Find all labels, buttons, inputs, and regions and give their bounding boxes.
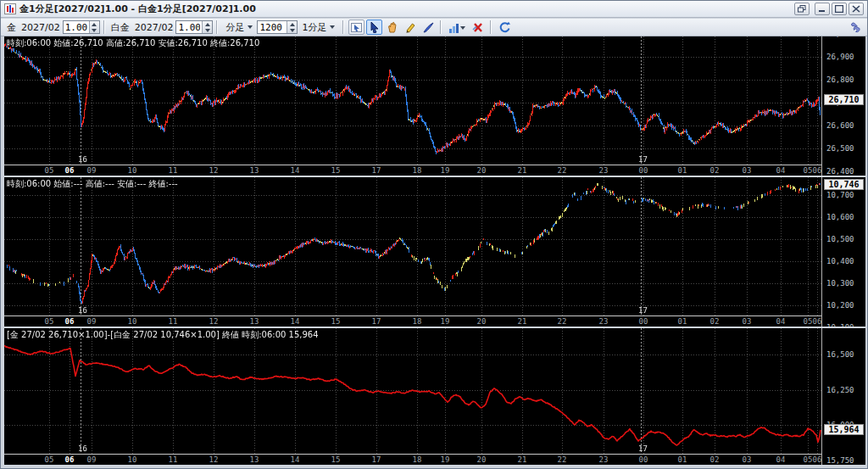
platinum-label: 白金 bbox=[111, 21, 130, 34]
spread-price-axis: 16,50016,25016,00015,75015,964 bbox=[821, 328, 865, 465]
pen-tool-button[interactable] bbox=[420, 20, 436, 35]
chart-panels: 時刻:06:00 始値:26,710 高値:26,710 安値:26,710 終… bbox=[4, 36, 865, 466]
time-tick-label: 02 bbox=[707, 455, 722, 464]
gold-info-line: 時刻:06:00 始値:26,710 高値:26,710 安値:26,710 終… bbox=[7, 37, 259, 49]
bar-count-field bbox=[257, 20, 298, 34]
time-tick-label: 10 bbox=[125, 317, 140, 326]
time-tick-label: 04 bbox=[773, 455, 788, 464]
time-tick-label: 23 bbox=[596, 166, 611, 175]
time-tick-label: 06 bbox=[62, 317, 77, 326]
time-tick-label: 23 bbox=[596, 455, 611, 464]
title-bar[interactable]: 金1分足[2027/02]1.00 - 白金1分足[2027/02]1.00 bbox=[1, 1, 867, 18]
y-axis-label: 10,300 bbox=[826, 279, 854, 288]
maximize-button[interactable] bbox=[832, 3, 847, 15]
interval-dropdown[interactable]: 1分足 bbox=[299, 20, 337, 34]
gold-price-axis: 27,00026,90026,80026,70026,60026,50026,4… bbox=[821, 36, 865, 176]
y-axis-label: 26,400 bbox=[826, 167, 854, 176]
platinum-info-line: 時刻:06:00 始値:--- 高値:--- 安値:--- 終値:--- bbox=[7, 178, 178, 190]
y-axis-label: 26,500 bbox=[826, 144, 854, 153]
y-axis-label: 16,500 bbox=[826, 350, 854, 359]
time-tick-label: 06 bbox=[62, 166, 77, 175]
select-cursor-tool-button[interactable] bbox=[366, 20, 382, 35]
platinum-plot-area: 時刻:06:00 始値:--- 高値:--- 安値:--- 終値:--- 161… bbox=[4, 177, 821, 315]
day-marker-label: 17 bbox=[638, 444, 648, 453]
y-axis-label: 10,200 bbox=[826, 301, 854, 310]
y-axis-label: 15,750 bbox=[826, 456, 854, 465]
panel-spread: [金 27/02 26,710×1.00]-[白金 27/02 10,746×1… bbox=[4, 328, 865, 465]
last-price-box: 15,964 bbox=[824, 424, 864, 435]
time-tick-label: 22 bbox=[554, 317, 570, 326]
time-tick-label: 21 bbox=[515, 317, 530, 326]
gold-time-axis: 0506091011121314151718192021222300010203… bbox=[4, 165, 821, 176]
time-tick-label: 04 bbox=[773, 166, 788, 175]
time-tick-label: 10 bbox=[125, 166, 140, 175]
time-tick-label: 00 bbox=[636, 317, 651, 326]
chart-window: 金1分足[2027/02]1.00 - 白金1分足[2027/02]1.00 金… bbox=[0, 0, 868, 469]
close-button[interactable] bbox=[849, 3, 864, 15]
spread-plot-area: [金 27/02 26,710×1.00]-[白金 27/02 10,746×1… bbox=[4, 328, 821, 454]
y-axis-label: 10,500 bbox=[826, 235, 854, 243]
day-marker-label: 16 bbox=[78, 306, 87, 315]
time-tick-label: 10 bbox=[125, 455, 140, 464]
time-tick-label: 01 bbox=[675, 455, 690, 464]
spread-time-axis: 0506091011121314151718192021222300010203… bbox=[4, 454, 821, 465]
gold-plot-area: 時刻:06:00 始値:26,710 高値:26,710 安値:26,710 終… bbox=[4, 36, 821, 165]
time-tick-label: 09 bbox=[84, 455, 99, 464]
time-tick-label: 09 bbox=[84, 166, 99, 175]
time-tick-label: 02 bbox=[707, 166, 722, 175]
time-tick-label: 17 bbox=[369, 455, 384, 464]
gold-ratio-field bbox=[63, 20, 100, 34]
y-axis-label: 27,000 bbox=[826, 36, 854, 38]
bar-count-spinner[interactable] bbox=[287, 21, 297, 33]
gold-month-select[interactable]: 2027/02 bbox=[21, 22, 60, 33]
gold-ratio-spinner[interactable] bbox=[89, 21, 99, 33]
platinum-month-select[interactable]: 2027/02 bbox=[135, 22, 174, 33]
time-tick-label: 15 bbox=[328, 455, 343, 464]
pencil-tool-button[interactable] bbox=[402, 20, 418, 35]
time-tick-label: 15 bbox=[328, 317, 343, 326]
panel-gold: 時刻:06:00 始値:26,710 高値:26,710 安値:26,710 終… bbox=[4, 36, 865, 176]
platinum-chart-canvas[interactable] bbox=[4, 177, 821, 315]
refresh-button[interactable] bbox=[496, 20, 512, 35]
float-window-button[interactable] bbox=[794, 3, 810, 15]
y-axis-label: 10,700 bbox=[826, 191, 854, 199]
time-tick-label: 15 bbox=[328, 166, 343, 175]
pan-hand-tool-button[interactable] bbox=[384, 20, 400, 35]
time-tick-label: 20 bbox=[474, 166, 489, 175]
time-tick-label: 13 bbox=[247, 166, 262, 175]
settings-wrench-button[interactable] bbox=[847, 20, 863, 35]
y-axis-label: 16,250 bbox=[826, 386, 854, 394]
time-tick-label: 03 bbox=[739, 455, 754, 464]
time-tick-label: 14 bbox=[287, 317, 303, 326]
chart-frame-tool-button[interactable] bbox=[348, 20, 364, 35]
gold-chart-canvas[interactable] bbox=[4, 36, 821, 165]
time-tick-label: 03 bbox=[739, 317, 754, 326]
platinum-ratio-input[interactable] bbox=[176, 21, 202, 33]
toolbar: 金 2027/02 白金 2027/02 分足 1分足 bbox=[1, 19, 867, 36]
indicator-menu-button[interactable] bbox=[446, 20, 468, 35]
time-tick-label: 05 bbox=[42, 166, 57, 175]
time-tick-label: 04 bbox=[773, 317, 788, 326]
y-axis-label: 26,600 bbox=[826, 121, 854, 130]
gold-label: 金 bbox=[7, 21, 16, 34]
time-tick-label: 00 bbox=[636, 455, 651, 464]
time-tick-label: 11 bbox=[165, 317, 181, 326]
time-tick-label: 19 bbox=[437, 455, 453, 464]
time-tick-label: 18 bbox=[409, 455, 425, 464]
gold-ratio-input[interactable] bbox=[64, 21, 89, 33]
time-tick-label: 22 bbox=[554, 166, 570, 175]
time-tick-label: 18 bbox=[409, 166, 425, 175]
delete-chart-button[interactable] bbox=[470, 20, 486, 35]
time-tick-label: 13 bbox=[247, 317, 262, 326]
minimize-button[interactable] bbox=[815, 3, 830, 15]
platinum-ratio-spinner[interactable] bbox=[202, 21, 212, 33]
time-tick-label: 03 bbox=[739, 166, 754, 175]
spread-chart-canvas[interactable] bbox=[4, 328, 821, 454]
bar-type-dropdown[interactable]: 分足 bbox=[223, 20, 255, 34]
bar-count-input[interactable] bbox=[258, 21, 287, 33]
time-tick-label: 12 bbox=[206, 317, 221, 326]
time-tick-label: 13 bbox=[247, 455, 262, 464]
window-title: 金1分足[2027/02]1.00 - 白金1分足[2027/02]1.00 bbox=[19, 3, 256, 15]
y-axis-label: 26,800 bbox=[826, 75, 854, 84]
time-tick-label: 00 bbox=[636, 166, 651, 175]
